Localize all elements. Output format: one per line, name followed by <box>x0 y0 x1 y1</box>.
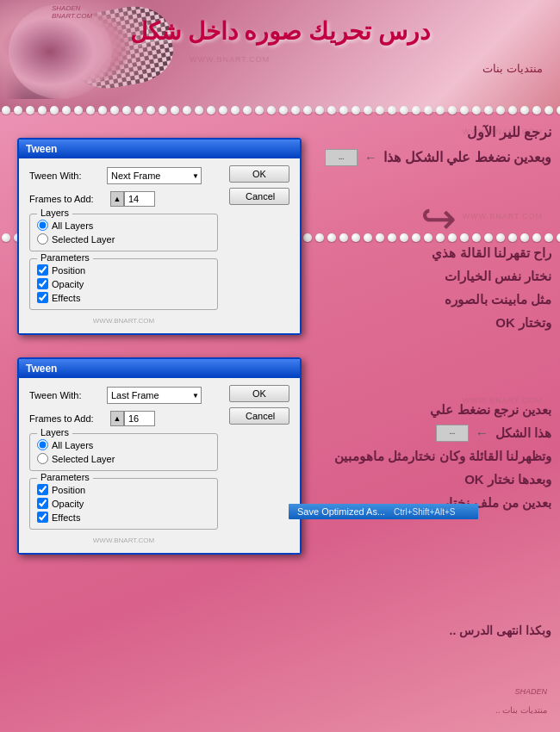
params-group-2: Parameters Position Opacity Effects <box>29 478 218 530</box>
params-group-1: Parameters Position Opacity Effects <box>29 258 218 310</box>
watermark-1: WWW.BNART.COM <box>190 55 270 64</box>
tween-with-select-1[interactable]: Next Frame <box>107 167 202 184</box>
opacity-check-1[interactable]: Opacity <box>37 278 210 289</box>
all-layers-radio-2[interactable]: All Layers <box>37 439 210 450</box>
position-check-2[interactable]: Position <box>37 484 210 495</box>
layers-group-1: Layers All Layers Selected Layer <box>29 214 218 251</box>
ok-button-2[interactable]: OK <box>229 385 289 402</box>
spinner-up-2[interactable]: ▲ <box>110 411 124 426</box>
layers-group-2: Layers All Layers Selected Layer <box>29 433 218 471</box>
frames-spinner-2[interactable]: ▲ 16 <box>110 411 155 426</box>
spinner-up-1[interactable]: ▲ <box>110 191 124 207</box>
all-layers-radio-1[interactable]: All Layers <box>37 220 210 231</box>
selected-layer-radio-2[interactable]: Selected Layer <box>37 453 210 464</box>
tween-with-row-2: Tween With: Last Frame <box>29 387 218 404</box>
arabic-instructions-1: نرجع للير الآول وبعدين نضغط علي الشكل هذ… <box>325 121 551 171</box>
frames-spinner-1[interactable]: ▲ 14 <box>110 191 155 207</box>
tween-with-select-2[interactable]: Last Frame <box>107 387 202 404</box>
tween-dialog-2-title: Tween <box>19 359 300 378</box>
position-check-1[interactable]: Position <box>37 264 210 276</box>
branding-bottom-2: منتديات بنات .. <box>495 705 547 715</box>
cancel-button-2[interactable]: Cancel <box>229 407 289 425</box>
save-optimized-bar[interactable]: Save Optimized As... Ctrl+Shift+Alt+S <box>289 504 478 519</box>
tween-with-row-1: Tween With: Next Frame <box>29 167 218 184</box>
subtitle: منتديات بنات <box>482 62 543 75</box>
effects-check-2[interactable]: Effects <box>37 512 210 523</box>
frame-shape-2[interactable]: ... <box>436 425 469 442</box>
curved-arrow: ↩ <box>420 194 457 244</box>
tween-dialog-2: Tween OK Cancel Tween With: Last Frame F… <box>17 357 302 555</box>
arabic-instructions-4: وبكذا انتهى الدرس .. <box>450 620 551 642</box>
watermark-3: WWW.BNART.COM <box>463 212 543 220</box>
branding-bottom-1: SHADEN <box>514 687 547 696</box>
ok-button-1[interactable]: OK <box>229 165 289 183</box>
arabic-instructions-2: راح تقهرلنا القالة هذي نختار نفس الخيارا… <box>432 241 551 334</box>
frames-row-1: Frames to Add: ▲ 14 <box>29 191 218 207</box>
selected-layer-radio-1[interactable]: Selected Layer <box>37 233 210 245</box>
frames-row-2: Frames to Add: ▲ 16 <box>29 411 218 426</box>
dialog-watermark-1: WWW.BNART.COM <box>29 317 218 325</box>
pearl-line <box>0 105 560 115</box>
tween-dialog-1: Tween OK Cancel Tween With: Next Frame F… <box>17 138 302 335</box>
frame-shape-1[interactable]: ... <box>325 149 358 166</box>
opacity-check-2[interactable]: Opacity <box>37 498 210 509</box>
tween-dialog-1-title: Tween <box>19 140 300 158</box>
frames-value-1[interactable]: 14 <box>124 191 155 207</box>
cancel-button-1[interactable]: Cancel <box>229 188 289 205</box>
arabic-instructions-3: بعدين نرجع نضغط علي هذا الشكل ← ... وتظه… <box>334 398 551 514</box>
main-title: درس تحريك صوره داخل شكل <box>0 17 560 46</box>
effects-check-1[interactable]: Effects <box>37 292 210 303</box>
frames-value-2[interactable]: 16 <box>124 411 155 426</box>
dialog-watermark-2: WWW.BNART.COM <box>29 537 218 544</box>
